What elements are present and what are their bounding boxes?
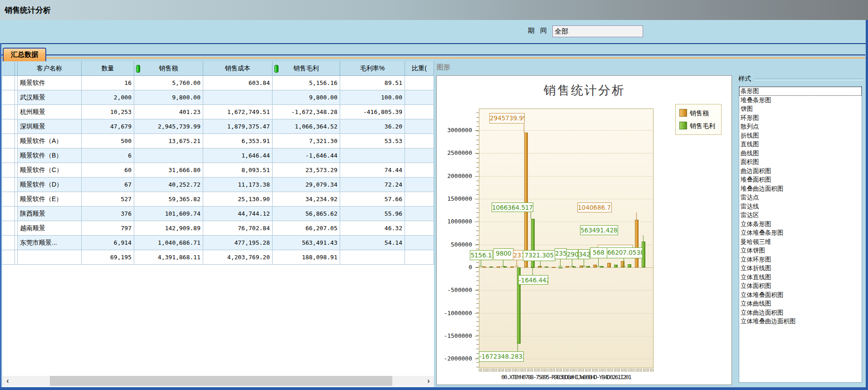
value-cell[interactable]: 603.84	[203, 76, 273, 90]
customer-name-cell[interactable]	[18, 250, 82, 265]
style-list-item[interactable]: 曼哈顿三维	[739, 237, 862, 247]
value-cell[interactable]	[405, 105, 434, 119]
style-list-item[interactable]: 条形图	[739, 87, 862, 96]
value-cell[interactable]: 1,040,686.71	[134, 236, 203, 250]
value-cell[interactable]: 89.51	[340, 76, 405, 90]
value-cell[interactable]: 11,173.38	[203, 178, 273, 192]
value-cell[interactable]: 401.23	[134, 105, 203, 119]
value-cell[interactable]: 57.66	[340, 192, 405, 207]
customer-name-cell[interactable]: 武汉顺景	[18, 90, 82, 105]
value-cell[interactable]: 55.96	[340, 207, 405, 221]
value-cell[interactable]: 25,130.90	[203, 192, 273, 207]
value-cell[interactable]: 74.44	[340, 163, 405, 178]
value-cell[interactable]: 477,195.28	[203, 236, 273, 250]
style-list-item[interactable]: 散列点	[739, 122, 862, 131]
chart-style-list[interactable]: 条形图堆叠条形图饼图环形图散列点折线图直线图曲线图面积图曲边面积图堆叠面积图堆叠…	[739, 86, 862, 383]
scrollbar-thumb[interactable]	[50, 376, 392, 386]
row-selector-cell[interactable]	[2, 119, 15, 134]
style-list-item[interactable]: 雷达线	[739, 202, 862, 211]
style-list-item[interactable]: 立体曲线图	[739, 299, 862, 308]
style-list-item[interactable]: 立体环形图	[739, 255, 862, 264]
value-cell[interactable]: 5,156.16	[273, 76, 340, 90]
customer-name-cell[interactable]: 顺景软件（A）	[18, 134, 82, 148]
row-selector-cell[interactable]	[2, 148, 15, 163]
column-header[interactable]: 比重(	[405, 61, 434, 76]
style-list-item[interactable]: 面积图	[739, 158, 862, 167]
value-cell[interactable]: 9,800.00	[134, 90, 203, 105]
style-list-item[interactable]: 立体直线图	[739, 273, 862, 282]
value-cell[interactable]: 376	[82, 207, 134, 221]
horizontal-scrollbar[interactable]: ‹ ›	[2, 376, 434, 386]
value-cell[interactable]	[340, 148, 405, 163]
value-cell[interactable]	[405, 163, 434, 178]
value-cell[interactable]: 9,800.00	[273, 90, 340, 105]
value-cell[interactable]: 5,760.00	[134, 76, 203, 90]
value-cell[interactable]: 16	[82, 76, 134, 90]
value-cell[interactable]: 7,321.30	[273, 134, 340, 148]
row-selector-cell[interactable]	[2, 192, 15, 207]
value-cell[interactable]: 34,234.92	[273, 192, 340, 207]
value-cell[interactable]: 69,195	[82, 250, 134, 265]
value-cell[interactable]: 36.20	[340, 119, 405, 134]
value-cell[interactable]: 44,744.12	[203, 207, 273, 221]
row-selector-cell[interactable]	[2, 221, 15, 236]
tab-summary-data[interactable]: 汇总数据	[3, 48, 46, 61]
value-cell[interactable]	[405, 76, 434, 90]
column-header[interactable]: 客户名称	[18, 61, 82, 76]
value-cell[interactable]: 6,353.91	[203, 134, 273, 148]
style-list-item[interactable]: 雷达区	[739, 211, 862, 220]
style-list-item[interactable]: 立体条形图	[739, 220, 862, 229]
value-cell[interactable]: 66,207.05	[273, 221, 340, 236]
value-cell[interactable]: 10,253	[82, 105, 134, 119]
scroll-right-arrow[interactable]: ›	[424, 376, 433, 386]
column-header[interactable]: 销售成本	[203, 61, 273, 76]
value-cell[interactable]: 31,666.80	[134, 163, 203, 178]
value-cell[interactable]	[405, 178, 434, 192]
value-cell[interactable]: 2,945,739.99	[134, 119, 203, 134]
value-cell[interactable]: 797	[82, 221, 134, 236]
row-selector-cell[interactable]	[2, 163, 15, 178]
value-cell[interactable]: 100.00	[340, 90, 405, 105]
customer-name-cell[interactable]: 顺景软件（E）	[18, 192, 82, 207]
value-cell[interactable]: 47,679	[82, 119, 134, 134]
value-cell[interactable]: 563,491.43	[273, 236, 340, 250]
row-selector-cell[interactable]	[2, 178, 15, 192]
row-selector-cell[interactable]	[2, 105, 15, 119]
style-list-item[interactable]: 立体面积图	[739, 281, 862, 291]
value-cell[interactable]: -416,805.39	[340, 105, 405, 119]
value-cell[interactable]: 72.24	[340, 178, 405, 192]
column-header[interactable]: 数量	[82, 61, 134, 76]
row-selector-cell[interactable]	[2, 250, 15, 265]
value-cell[interactable]: 4,391,868.11	[134, 250, 203, 265]
row-selector-cell[interactable]	[2, 76, 15, 90]
style-list-item[interactable]: 环形图	[739, 114, 862, 123]
value-cell[interactable]	[405, 134, 434, 148]
customer-name-cell[interactable]: 顺景软件（C）	[18, 163, 82, 178]
value-cell[interactable]: 6	[82, 148, 134, 163]
value-cell[interactable]: 6,914	[82, 236, 134, 250]
value-cell[interactable]: 60	[82, 163, 134, 178]
row-selector-cell[interactable]	[2, 134, 15, 148]
value-cell[interactable]	[405, 250, 434, 265]
customer-name-cell[interactable]: 越南顺景	[18, 221, 82, 236]
value-cell[interactable]	[405, 148, 434, 163]
value-cell[interactable]: 527	[82, 192, 134, 207]
value-cell[interactable]: 40,252.72	[134, 178, 203, 192]
style-list-item[interactable]: 曲线图	[739, 149, 862, 158]
value-cell[interactable]	[203, 90, 273, 105]
value-cell[interactable]	[405, 90, 434, 105]
value-cell[interactable]: 56,865.62	[273, 207, 340, 221]
value-cell[interactable]: 101,609.74	[134, 207, 203, 221]
value-cell[interactable]: 29,079.34	[273, 178, 340, 192]
value-cell[interactable]	[134, 148, 203, 163]
row-selector-cell[interactable]	[2, 207, 15, 221]
value-cell[interactable]	[405, 221, 434, 236]
value-cell[interactable]: 54.14	[340, 236, 405, 250]
header-selector-cell[interactable]	[2, 61, 15, 76]
style-list-item[interactable]: 立体堆叠曲边面积图	[739, 317, 862, 326]
value-cell[interactable]: 13,675.21	[134, 134, 203, 148]
column-header[interactable]: 销售额	[134, 61, 203, 76]
value-cell[interactable]	[405, 192, 434, 207]
customer-name-cell[interactable]: 陕西顺景	[18, 207, 82, 221]
value-cell[interactable]: 76,702.84	[203, 221, 273, 236]
